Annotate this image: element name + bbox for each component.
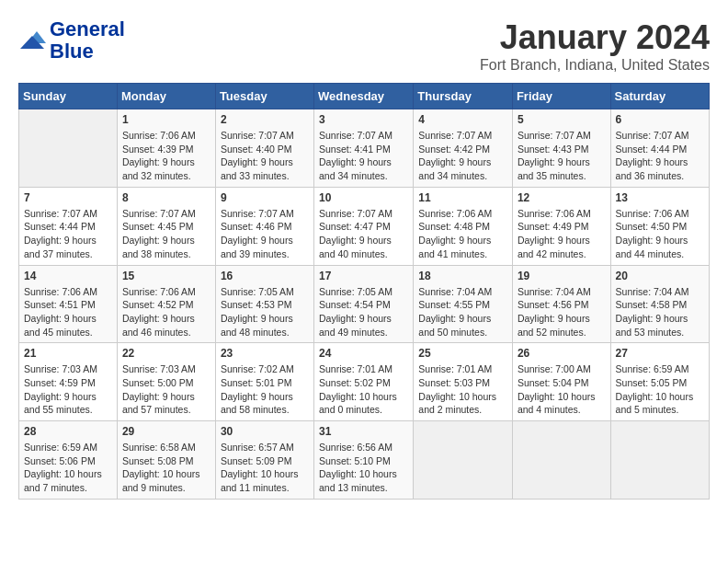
calendar-cell: 2Sunrise: 7:07 AMSunset: 4:40 PMDaylight… xyxy=(215,109,313,188)
day-info: Sunrise: 7:05 AMSunset: 4:54 PMDaylight:… xyxy=(319,285,408,339)
calendar-table: SundayMondayTuesdayWednesdayThursdayFrid… xyxy=(18,83,710,500)
day-info: Sunrise: 7:05 AMSunset: 4:53 PMDaylight:… xyxy=(221,285,309,339)
calendar-week-5: 28Sunrise: 6:59 AMSunset: 5:06 PMDayligh… xyxy=(19,421,710,500)
day-info: Sunrise: 6:58 AMSunset: 5:08 PMDaylight:… xyxy=(122,441,210,495)
day-number: 31 xyxy=(319,425,408,438)
calendar-cell: 8Sunrise: 7:07 AMSunset: 4:45 PMDaylight… xyxy=(117,187,215,265)
calendar-cell: 16Sunrise: 7:05 AMSunset: 4:53 PMDayligh… xyxy=(215,265,313,343)
day-number: 25 xyxy=(418,347,507,360)
day-info: Sunrise: 7:07 AMSunset: 4:46 PMDaylight:… xyxy=(221,207,309,261)
day-number: 16 xyxy=(221,270,309,282)
day-info: Sunrise: 7:07 AMSunset: 4:42 PMDaylight:… xyxy=(418,129,507,183)
day-number: 15 xyxy=(122,270,210,282)
calendar-cell: 22Sunrise: 7:03 AMSunset: 5:00 PMDayligh… xyxy=(117,343,215,421)
calendar-cell: 21Sunrise: 7:03 AMSunset: 4:59 PMDayligh… xyxy=(19,343,118,421)
weekday-header-monday: Monday xyxy=(117,84,215,109)
weekday-header-thursday: Thursday xyxy=(414,84,513,109)
day-number: 12 xyxy=(518,191,606,204)
day-info: Sunrise: 7:04 AMSunset: 4:56 PMDaylight:… xyxy=(518,285,606,339)
calendar-cell: 12Sunrise: 7:06 AMSunset: 4:49 PMDayligh… xyxy=(512,187,610,265)
day-number: 8 xyxy=(122,191,210,204)
calendar-cell: 10Sunrise: 7:07 AMSunset: 4:47 PMDayligh… xyxy=(314,187,414,265)
day-number: 30 xyxy=(221,425,309,438)
calendar-cell: 14Sunrise: 7:06 AMSunset: 4:51 PMDayligh… xyxy=(19,265,118,343)
day-info: Sunrise: 7:06 AMSunset: 4:52 PMDaylight:… xyxy=(122,285,210,339)
day-number: 4 xyxy=(418,113,507,126)
page-header: General Blue January 2024 Fort Branch, I… xyxy=(18,18,710,74)
calendar-week-2: 7Sunrise: 7:07 AMSunset: 4:44 PMDaylight… xyxy=(19,187,710,265)
day-number: 20 xyxy=(616,270,704,282)
calendar-cell: 24Sunrise: 7:01 AMSunset: 5:02 PMDayligh… xyxy=(314,343,414,421)
calendar-week-1: 1Sunrise: 7:06 AMSunset: 4:39 PMDaylight… xyxy=(19,109,710,188)
calendar-cell: 18Sunrise: 7:04 AMSunset: 4:55 PMDayligh… xyxy=(414,265,513,343)
day-number: 10 xyxy=(319,191,408,204)
calendar-cell: 28Sunrise: 6:59 AMSunset: 5:06 PMDayligh… xyxy=(19,421,118,500)
calendar-cell: 11Sunrise: 7:06 AMSunset: 4:48 PMDayligh… xyxy=(414,187,513,265)
calendar-cell: 1Sunrise: 7:06 AMSunset: 4:39 PMDaylight… xyxy=(117,109,215,188)
day-number: 27 xyxy=(616,347,704,360)
calendar-cell: 23Sunrise: 7:02 AMSunset: 5:01 PMDayligh… xyxy=(215,343,313,421)
calendar-cell: 5Sunrise: 7:07 AMSunset: 4:43 PMDaylight… xyxy=(512,109,610,188)
weekday-header-sunday: Sunday xyxy=(19,84,118,109)
calendar-week-4: 21Sunrise: 7:03 AMSunset: 4:59 PMDayligh… xyxy=(19,343,710,421)
day-info: Sunrise: 7:03 AMSunset: 4:59 PMDaylight:… xyxy=(24,362,112,417)
calendar-cell: 7Sunrise: 7:07 AMSunset: 4:44 PMDaylight… xyxy=(19,187,118,265)
day-info: Sunrise: 7:04 AMSunset: 4:55 PMDaylight:… xyxy=(418,285,507,339)
day-info: Sunrise: 7:07 AMSunset: 4:47 PMDaylight:… xyxy=(319,207,408,261)
calendar-cell: 27Sunrise: 6:59 AMSunset: 5:05 PMDayligh… xyxy=(610,343,709,421)
day-info: Sunrise: 7:01 AMSunset: 5:02 PMDaylight:… xyxy=(319,362,408,417)
day-number: 2 xyxy=(221,113,309,126)
day-info: Sunrise: 7:01 AMSunset: 5:03 PMDaylight:… xyxy=(418,362,507,417)
calendar-cell: 20Sunrise: 7:04 AMSunset: 4:58 PMDayligh… xyxy=(610,265,709,343)
calendar-week-3: 14Sunrise: 7:06 AMSunset: 4:51 PMDayligh… xyxy=(19,265,710,343)
day-number: 14 xyxy=(24,270,112,282)
day-number: 23 xyxy=(221,347,309,360)
weekday-header-tuesday: Tuesday xyxy=(215,84,313,109)
calendar-cell: 13Sunrise: 7:06 AMSunset: 4:50 PMDayligh… xyxy=(610,187,709,265)
weekday-header-saturday: Saturday xyxy=(610,84,709,109)
calendar-cell: 26Sunrise: 7:00 AMSunset: 5:04 PMDayligh… xyxy=(512,343,610,421)
calendar-cell xyxy=(610,421,709,500)
calendar-cell: 25Sunrise: 7:01 AMSunset: 5:03 PMDayligh… xyxy=(414,343,513,421)
calendar-header-row: SundayMondayTuesdayWednesdayThursdayFrid… xyxy=(19,84,710,109)
calendar-cell: 30Sunrise: 6:57 AMSunset: 5:09 PMDayligh… xyxy=(215,421,313,500)
calendar-cell: 15Sunrise: 7:06 AMSunset: 4:52 PMDayligh… xyxy=(117,265,215,343)
day-info: Sunrise: 6:57 AMSunset: 5:09 PMDaylight:… xyxy=(221,441,309,495)
day-info: Sunrise: 7:07 AMSunset: 4:44 PMDaylight:… xyxy=(616,129,704,183)
calendar-cell: 17Sunrise: 7:05 AMSunset: 4:54 PMDayligh… xyxy=(314,265,414,343)
calendar-cell: 4Sunrise: 7:07 AMSunset: 4:42 PMDaylight… xyxy=(414,109,513,188)
day-info: Sunrise: 7:04 AMSunset: 4:58 PMDaylight:… xyxy=(616,285,704,339)
day-info: Sunrise: 7:07 AMSunset: 4:44 PMDaylight:… xyxy=(24,207,112,261)
day-info: Sunrise: 7:03 AMSunset: 5:00 PMDaylight:… xyxy=(122,362,210,417)
day-info: Sunrise: 6:56 AMSunset: 5:10 PMDaylight:… xyxy=(319,441,408,495)
day-number: 17 xyxy=(319,270,408,282)
day-info: Sunrise: 6:59 AMSunset: 5:06 PMDaylight:… xyxy=(24,441,112,495)
day-number: 13 xyxy=(616,191,704,204)
day-number: 24 xyxy=(319,347,408,360)
subtitle: Fort Branch, Indiana, United States xyxy=(480,57,710,74)
calendar-cell: 6Sunrise: 7:07 AMSunset: 4:44 PMDaylight… xyxy=(610,109,709,188)
day-info: Sunrise: 7:07 AMSunset: 4:41 PMDaylight:… xyxy=(319,129,408,183)
day-number: 28 xyxy=(24,425,112,438)
day-info: Sunrise: 7:06 AMSunset: 4:50 PMDaylight:… xyxy=(616,207,704,261)
day-number: 26 xyxy=(518,347,606,360)
logo-text: General Blue xyxy=(50,18,125,63)
day-info: Sunrise: 7:07 AMSunset: 4:45 PMDaylight:… xyxy=(122,207,210,261)
logo: General Blue xyxy=(18,18,125,63)
day-info: Sunrise: 7:06 AMSunset: 4:49 PMDaylight:… xyxy=(518,207,606,261)
day-info: Sunrise: 7:02 AMSunset: 5:01 PMDaylight:… xyxy=(221,362,309,417)
weekday-header-friday: Friday xyxy=(512,84,610,109)
day-number: 1 xyxy=(122,113,210,126)
calendar-cell: 19Sunrise: 7:04 AMSunset: 4:56 PMDayligh… xyxy=(512,265,610,343)
day-info: Sunrise: 7:00 AMSunset: 5:04 PMDaylight:… xyxy=(518,362,606,417)
calendar-cell: 31Sunrise: 6:56 AMSunset: 5:10 PMDayligh… xyxy=(314,421,414,500)
day-info: Sunrise: 7:07 AMSunset: 4:40 PMDaylight:… xyxy=(221,129,309,183)
day-number: 9 xyxy=(221,191,309,204)
day-info: Sunrise: 6:59 AMSunset: 5:05 PMDaylight:… xyxy=(616,362,704,417)
day-number: 19 xyxy=(518,270,606,282)
day-info: Sunrise: 7:06 AMSunset: 4:51 PMDaylight:… xyxy=(24,285,112,339)
day-number: 21 xyxy=(24,347,112,360)
day-info: Sunrise: 7:07 AMSunset: 4:43 PMDaylight:… xyxy=(518,129,606,183)
day-number: 6 xyxy=(616,113,704,126)
day-number: 3 xyxy=(319,113,408,126)
